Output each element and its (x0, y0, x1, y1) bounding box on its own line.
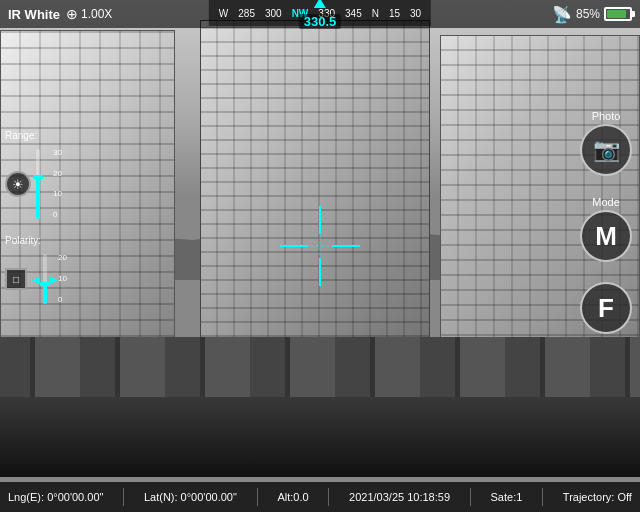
zoom-value: 1.00X (81, 7, 112, 21)
polarity-icon[interactable]: □ (5, 268, 27, 290)
focus-control-group: F (580, 282, 632, 334)
datetime-item: 2021/03/25 10:18:59 (349, 491, 450, 503)
range-label: Range: (5, 130, 58, 141)
battery-pct-label: 85% (576, 7, 600, 21)
range-icon[interactable]: ☀ (5, 171, 31, 197)
right-controls: Photo 📷 Mode M F (580, 110, 632, 334)
bottom-bar: Lng(E): 0°00'00.00" Lat(N): 0°00'00.00" … (0, 482, 640, 512)
range-ticks: 30 20 10 0 (53, 149, 62, 219)
range-track (36, 149, 40, 219)
photo-control-group: Photo 📷 (580, 110, 632, 176)
compass-mark-15: 15 (384, 8, 405, 19)
sate-item: Sate:1 (491, 491, 523, 503)
trajectory-item: Trajectory: Off (563, 491, 632, 503)
tick-0: 0 (53, 211, 62, 219)
tick-30: 30 (53, 149, 62, 157)
divider-5 (542, 488, 543, 506)
battery-area: 📡 85% (552, 5, 632, 24)
mode-f-button[interactable]: F (580, 282, 632, 334)
ir-mode-label: IR White (8, 7, 60, 22)
photo-button[interactable]: 📷 (580, 124, 632, 176)
mode-m-button[interactable]: M (580, 210, 632, 262)
compass-mark-w: W (214, 8, 233, 19)
arrow-left-icon[interactable]: ◀ (32, 274, 40, 285)
zoom-icon: ⊕ (66, 6, 78, 22)
range-thumb[interactable] (33, 175, 43, 179)
zoom-indicator: ⊕ 1.00X (66, 6, 112, 22)
trajectory-value: Trajectory: Off (563, 491, 632, 503)
lat-value: Lat(N): 0°00'00.00" (144, 491, 237, 503)
compass-triangle-icon (314, 0, 326, 8)
mode-control-group: Mode M (580, 196, 632, 262)
heading-value: 330.5 (299, 14, 342, 29)
left-panel: Range: ☀ 30 20 10 0 Polarity: □ ◀ (5, 130, 58, 304)
lng-value: Lng(E): 0°00'00.00" (8, 491, 103, 503)
signal-icon: 📡 (552, 5, 572, 24)
ptick-20: 20 (58, 254, 67, 262)
camera-icon: 📷 (593, 137, 620, 163)
lng-item: Lng(E): 0°00'00.00" (8, 491, 103, 503)
polarity-label: Polarity: (5, 235, 58, 246)
heading-container: W 285 300 NW 330 345 N 15 30 330.5 (209, 0, 431, 26)
battery-fill (607, 10, 626, 18)
mode-m-icon: M (595, 221, 617, 252)
datetime-value: 2021/03/25 10:18:59 (349, 491, 450, 503)
tick-10: 10 (53, 190, 62, 198)
compass-mark-285: 285 (233, 8, 260, 19)
compass-mark-30: 30 (405, 8, 426, 19)
polarity-track-container: 20 10 0 (43, 254, 47, 304)
ptick-0: 0 (58, 296, 67, 304)
polarity-slider-row: □ ◀ 20 10 0 ▶ (5, 254, 58, 304)
arrow-right-icon[interactable]: ▶ (50, 274, 58, 285)
alt-item: Alt:0.0 (277, 491, 308, 503)
lat-item: Lat(N): 0°00'00.00" (144, 491, 237, 503)
hud-left: IR White ⊕ 1.00X (8, 6, 112, 22)
polarity-track (43, 254, 47, 304)
compass-mark-345: 345 (340, 8, 367, 19)
compass-mark-n: N (367, 8, 384, 19)
divider-2 (257, 488, 258, 506)
divider-3 (328, 488, 329, 506)
battery-icon (604, 7, 632, 21)
photo-label: Photo (592, 110, 621, 122)
polarity-ticks: 20 10 0 (58, 254, 67, 304)
compass-mark-300: 300 (260, 8, 287, 19)
foreground (0, 337, 640, 477)
top-hud: IR White ⊕ 1.00X W 285 300 NW 330 345 N … (0, 0, 640, 28)
divider-1 (123, 488, 124, 506)
mode-label: Mode (592, 196, 620, 208)
crosshair-dot-v (320, 226, 321, 266)
range-slider-row: ☀ 30 20 10 0 (5, 149, 58, 219)
mode-f-icon: F (598, 293, 614, 324)
divider-4 (470, 488, 471, 506)
range-fill (36, 177, 40, 219)
polarity-thumb[interactable] (40, 282, 50, 286)
sate-value: Sate:1 (491, 491, 523, 503)
ptick-10: 10 (58, 275, 67, 283)
polarity-controls: ◀ 20 10 0 ▶ (32, 254, 58, 304)
polarity-fill (43, 284, 47, 304)
tick-20: 20 (53, 170, 62, 178)
alt-value: Alt:0.0 (277, 491, 308, 503)
range-track-container: 30 20 10 0 (36, 149, 40, 219)
